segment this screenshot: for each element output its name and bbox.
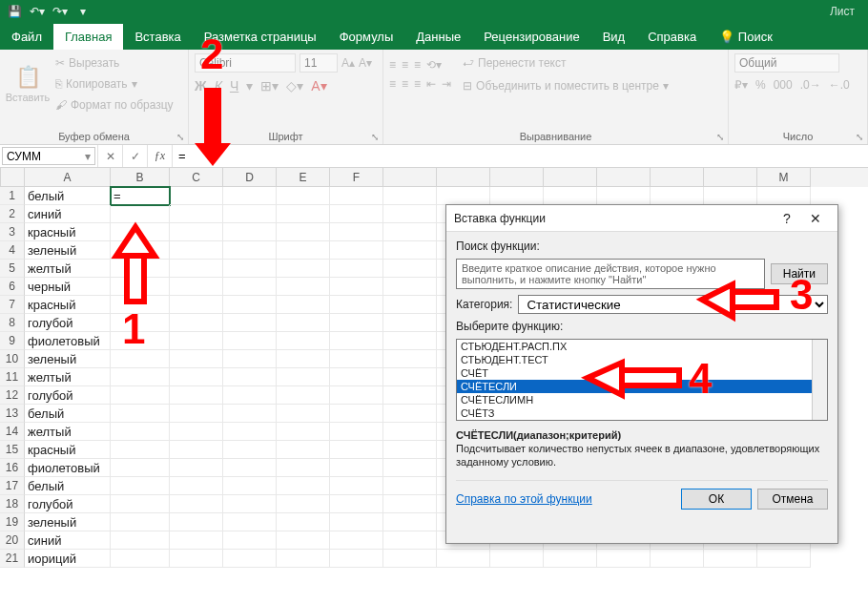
- cell[interactable]: [223, 241, 277, 260]
- cell[interactable]: синий: [25, 531, 111, 550]
- cell[interactable]: [223, 441, 277, 459]
- cell[interactable]: [383, 405, 437, 423]
- cell[interactable]: [170, 368, 223, 386]
- ok-button[interactable]: ОК: [681, 489, 752, 510]
- cell[interactable]: [277, 241, 330, 260]
- cell[interactable]: [277, 386, 330, 405]
- cell[interactable]: [383, 260, 437, 278]
- merge-center-button[interactable]: ⊟ Объединить и поместить в центре ▾: [461, 76, 671, 95]
- cell[interactable]: [170, 205, 223, 223]
- cell[interactable]: [170, 187, 223, 205]
- font-name-combo[interactable]: [195, 53, 296, 73]
- cell[interactable]: [544, 187, 597, 205]
- cell[interactable]: [383, 187, 437, 205]
- cell[interactable]: [330, 332, 383, 350]
- function-list-item[interactable]: СТЬЮДЕНТ.РАСП.ПХ: [457, 340, 827, 353]
- tab-help[interactable]: Справка: [636, 24, 708, 50]
- row-header[interactable]: 12: [0, 386, 25, 405]
- borders-icon[interactable]: ⊞▾: [260, 78, 279, 94]
- cell[interactable]: [223, 278, 277, 296]
- align-center-icon[interactable]: ≡: [402, 77, 408, 91]
- row-header[interactable]: 4: [0, 241, 25, 260]
- cell[interactable]: [111, 405, 170, 423]
- cell[interactable]: [223, 405, 277, 423]
- cell[interactable]: [111, 314, 170, 332]
- cut-button[interactable]: ✂ Вырезать: [53, 53, 176, 73]
- cell[interactable]: [757, 187, 811, 205]
- cell[interactable]: [111, 477, 170, 495]
- column-header[interactable]: M: [757, 168, 811, 187]
- cell[interactable]: [330, 296, 383, 314]
- cell[interactable]: [277, 495, 330, 513]
- cell[interactable]: [330, 423, 383, 441]
- cell[interactable]: [111, 241, 170, 260]
- column-header[interactable]: C: [170, 168, 223, 187]
- chevron-down-icon[interactable]: ▾: [85, 150, 91, 163]
- italic-icon[interactable]: К: [215, 78, 222, 94]
- row-header[interactable]: 6: [0, 278, 25, 296]
- cell[interactable]: [383, 459, 437, 477]
- wrap-text-button[interactable]: ⮐ Перенести текст: [461, 53, 671, 73]
- row-header[interactable]: 7: [0, 296, 25, 314]
- cell[interactable]: [330, 260, 383, 278]
- cell[interactable]: [170, 241, 223, 260]
- cell[interactable]: [330, 441, 383, 459]
- currency-icon[interactable]: ₽▾: [734, 78, 748, 92]
- cell[interactable]: желтый: [25, 368, 111, 386]
- cell[interactable]: [111, 495, 170, 513]
- cell[interactable]: [111, 260, 170, 278]
- cell[interactable]: [223, 550, 277, 568]
- cancel-button[interactable]: Отмена: [757, 489, 828, 510]
- cell[interactable]: [170, 314, 223, 332]
- cell[interactable]: [111, 223, 170, 241]
- cell[interactable]: [383, 441, 437, 459]
- find-button[interactable]: Найти: [771, 263, 828, 284]
- cell[interactable]: [170, 260, 223, 278]
- inc-decimal-icon[interactable]: .0→: [800, 78, 821, 92]
- cell[interactable]: [170, 550, 223, 568]
- cell[interactable]: [223, 368, 277, 386]
- cell[interactable]: [111, 296, 170, 314]
- cell[interactable]: [111, 459, 170, 477]
- tab-pagelayout[interactable]: Разметка страницы: [193, 24, 328, 50]
- cell[interactable]: [170, 278, 223, 296]
- cell[interactable]: [277, 296, 330, 314]
- tab-home[interactable]: Главная: [53, 24, 123, 50]
- row-header[interactable]: 1: [0, 187, 25, 205]
- cell[interactable]: [111, 368, 170, 386]
- cell[interactable]: [111, 441, 170, 459]
- undo-icon[interactable]: ↶▾: [27, 2, 48, 21]
- column-header[interactable]: [544, 168, 597, 187]
- cell[interactable]: [330, 459, 383, 477]
- column-header[interactable]: E: [277, 168, 330, 187]
- cell[interactable]: [437, 187, 490, 205]
- cell[interactable]: [170, 531, 223, 550]
- align-left-icon[interactable]: ≡: [389, 77, 396, 91]
- cell[interactable]: [277, 459, 330, 477]
- row-header[interactable]: 8: [0, 314, 25, 332]
- row-header[interactable]: 10: [0, 350, 25, 368]
- cell[interactable]: [223, 260, 277, 278]
- cell[interactable]: голубой: [25, 495, 111, 513]
- cell[interactable]: [383, 368, 437, 386]
- cell[interactable]: белый: [25, 477, 111, 495]
- cell[interactable]: [383, 423, 437, 441]
- cell[interactable]: [437, 550, 490, 568]
- cell[interactable]: [330, 314, 383, 332]
- cell[interactable]: [330, 495, 383, 513]
- cell[interactable]: [383, 513, 437, 531]
- cell[interactable]: [111, 205, 170, 223]
- cell[interactable]: [111, 550, 170, 568]
- cell[interactable]: [330, 368, 383, 386]
- tab-view[interactable]: Вид: [591, 24, 637, 50]
- cell[interactable]: [383, 223, 437, 241]
- function-list-item[interactable]: СЧЁТ: [457, 366, 827, 380]
- cell[interactable]: [223, 495, 277, 513]
- cell[interactable]: голубой: [25, 314, 111, 332]
- cell[interactable]: красный: [25, 441, 111, 459]
- row-header[interactable]: 17: [0, 477, 25, 495]
- cell[interactable]: [277, 441, 330, 459]
- cell[interactable]: [383, 550, 437, 568]
- row-header[interactable]: 5: [0, 260, 25, 278]
- align-right-icon[interactable]: ≡: [414, 77, 421, 91]
